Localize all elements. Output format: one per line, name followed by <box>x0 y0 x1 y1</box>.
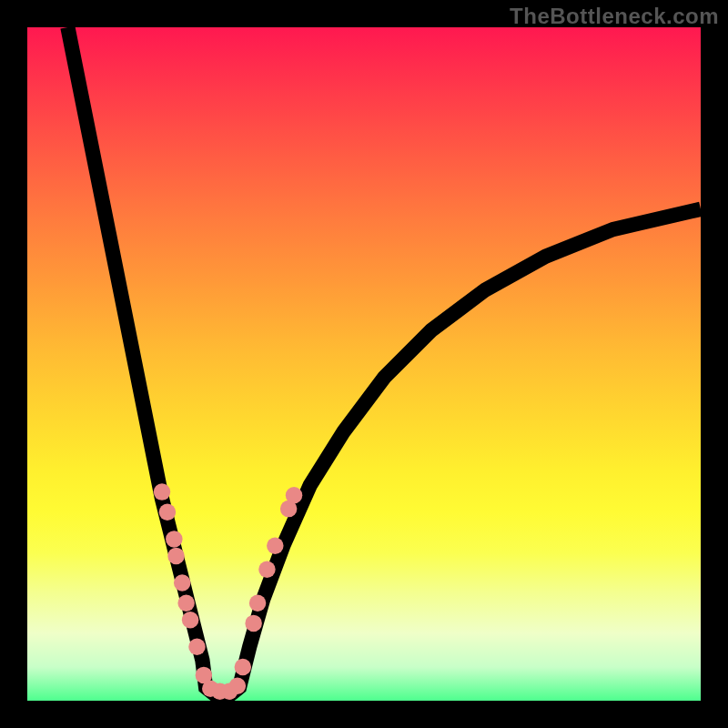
watermark-text: TheBottleneck.com <box>510 4 719 29</box>
data-point <box>235 659 252 676</box>
scatter-dots <box>154 483 303 700</box>
chart-svg <box>27 27 701 701</box>
data-point <box>286 487 303 504</box>
data-point <box>182 612 199 629</box>
data-point <box>188 639 206 656</box>
data-point <box>245 615 262 632</box>
data-point <box>258 561 276 578</box>
data-point <box>174 574 191 592</box>
data-point <box>167 548 185 565</box>
plot-area <box>27 27 701 701</box>
data-point <box>166 531 183 548</box>
data-point <box>267 538 284 555</box>
data-point <box>159 504 177 521</box>
chart-frame: TheBottleneck.com <box>0 0 728 728</box>
data-point <box>249 594 267 612</box>
data-point <box>229 677 247 694</box>
bottleneck-curve <box>67 27 701 695</box>
data-point <box>154 483 171 500</box>
data-point <box>177 594 195 612</box>
